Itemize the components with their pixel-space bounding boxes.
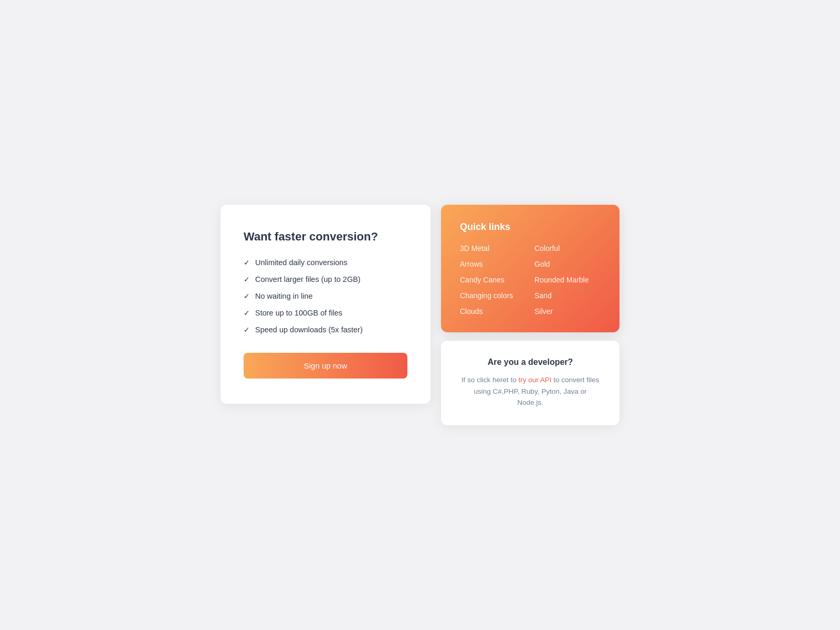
quick-link-item[interactable]: Gold bbox=[534, 260, 601, 268]
quick-link-item[interactable]: Silver bbox=[534, 307, 601, 316]
quick-link-item[interactable]: Colorful bbox=[534, 244, 601, 253]
feature-text: Unlimited daily conversions bbox=[255, 258, 348, 267]
developer-card: Are you a developer? If so click heret t… bbox=[441, 341, 620, 425]
quick-links-title: Quick links bbox=[460, 222, 601, 233]
developer-title: Are you a developer? bbox=[460, 358, 601, 367]
main-container: Want faster conversion? ✓Unlimited daily… bbox=[220, 205, 620, 425]
left-card: Want faster conversion? ✓Unlimited daily… bbox=[220, 205, 430, 404]
feature-item: ✓Convert larger files (up to 2GB) bbox=[244, 275, 407, 284]
quick-link-item[interactable]: Sand bbox=[534, 291, 601, 300]
feature-item: ✓Store up to 100GB of files bbox=[244, 309, 407, 317]
check-icon: ✓ bbox=[244, 309, 250, 317]
feature-item: ✓No waiting in line bbox=[244, 292, 407, 300]
developer-api-link[interactable]: try our API bbox=[518, 376, 551, 384]
left-card-title: Want faster conversion? bbox=[244, 230, 407, 244]
check-icon: ✓ bbox=[244, 292, 250, 300]
quick-link-item[interactable]: Rounded Marble bbox=[534, 276, 601, 284]
quick-link-item[interactable]: 3D Metal bbox=[460, 244, 526, 253]
feature-text: No waiting in line bbox=[255, 292, 313, 300]
quick-links-left-col: 3D MetalArrowsCandy CanesChanging colors… bbox=[460, 244, 526, 316]
quick-link-item[interactable]: Candy Canes bbox=[460, 276, 526, 284]
developer-pre-text: If so click heret to bbox=[461, 376, 517, 384]
quick-links-card: Quick links 3D MetalArrowsCandy CanesCha… bbox=[441, 205, 620, 332]
feature-text: Convert larger files (up to 2GB) bbox=[255, 275, 361, 284]
check-icon: ✓ bbox=[244, 258, 250, 267]
check-icon: ✓ bbox=[244, 326, 250, 334]
right-column: Quick links 3D MetalArrowsCandy CanesCha… bbox=[441, 205, 620, 425]
feature-text: Speed up downloads (5x faster) bbox=[255, 326, 363, 334]
quick-links-grid: 3D MetalArrowsCandy CanesChanging colors… bbox=[460, 244, 601, 316]
feature-text: Store up to 100GB of files bbox=[255, 309, 342, 317]
quick-link-item[interactable]: Arrows bbox=[460, 260, 526, 268]
check-icon: ✓ bbox=[244, 275, 250, 284]
feature-item: ✓Speed up downloads (5x faster) bbox=[244, 326, 407, 334]
features-list: ✓Unlimited daily conversions✓Convert lar… bbox=[244, 258, 407, 334]
feature-item: ✓Unlimited daily conversions bbox=[244, 258, 407, 267]
quick-link-item[interactable]: Changing colors bbox=[460, 291, 526, 300]
quick-link-item[interactable]: Clouds bbox=[460, 307, 526, 316]
developer-text: If so click heret to try our API to conv… bbox=[460, 374, 601, 408]
signup-button[interactable]: Sign up now bbox=[244, 353, 407, 379]
quick-links-right-col: ColorfulGoldRounded MarbleSandSilver bbox=[534, 244, 601, 316]
